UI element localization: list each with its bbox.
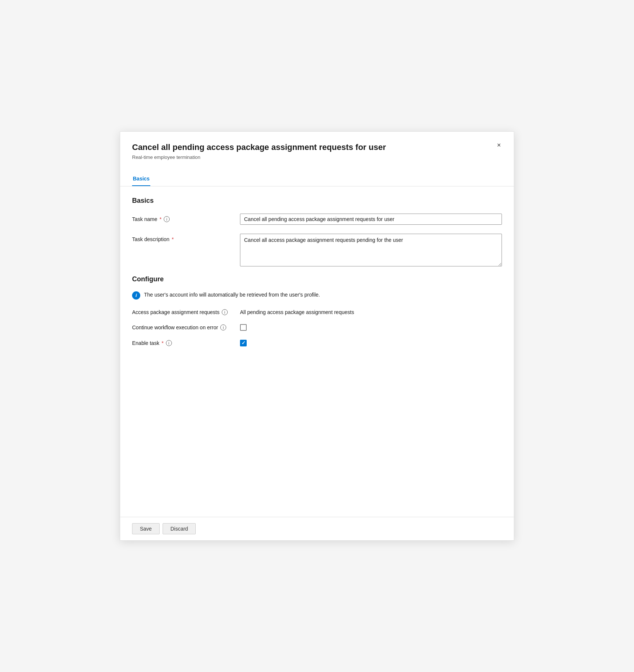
- task-description-row: Task description * Cancel all access pac…: [132, 234, 502, 266]
- enable-task-label-text: Enable task: [132, 340, 159, 346]
- task-name-label: Task name * i: [132, 214, 240, 222]
- dialog-title: Cancel all pending access package assign…: [132, 142, 502, 153]
- close-button[interactable]: ×: [493, 139, 505, 151]
- access-package-value: All pending access package assignment re…: [240, 309, 354, 315]
- info-banner-text: The user's account info will automatical…: [144, 291, 320, 298]
- dialog-content: Basics Task name * i Task description * …: [120, 186, 514, 517]
- dialog-header: Cancel all pending access package assign…: [120, 132, 514, 166]
- task-description-required: *: [172, 236, 173, 242]
- continue-workflow-info-icon[interactable]: i: [220, 324, 226, 330]
- close-icon: ×: [497, 141, 501, 149]
- task-name-label-text: Task name: [132, 216, 157, 222]
- enable-task-required: *: [161, 340, 163, 346]
- enable-task-label: Enable task * i: [132, 340, 240, 346]
- enable-task-checkbox-container: [240, 340, 247, 346]
- save-button[interactable]: Save: [132, 523, 160, 534]
- configure-section: Configure i The user's account info will…: [132, 275, 502, 346]
- continue-workflow-label: Continue workflow execution on error i: [132, 324, 240, 330]
- tabs-container: Basics: [120, 172, 514, 186]
- dialog-footer: Save Discard: [120, 517, 514, 540]
- configure-section-heading: Configure: [132, 275, 502, 283]
- continue-workflow-row: Continue workflow execution on error i: [132, 324, 502, 331]
- access-package-label-text: Access package assignment requests: [132, 309, 220, 315]
- task-name-row: Task name * i: [132, 214, 502, 225]
- enable-task-row: Enable task * i: [132, 340, 502, 346]
- task-description-input[interactable]: Cancel all access package assignment req…: [240, 234, 502, 266]
- task-description-label-text: Task description: [132, 236, 169, 242]
- tab-basics[interactable]: Basics: [132, 172, 150, 186]
- access-package-label: Access package assignment requests i: [132, 309, 240, 315]
- task-name-input[interactable]: [240, 214, 502, 225]
- continue-workflow-checkbox-container: [240, 324, 247, 331]
- access-package-info-icon[interactable]: i: [222, 309, 228, 315]
- discard-button[interactable]: Discard: [163, 523, 196, 534]
- info-banner: i The user's account info will automatic…: [132, 291, 502, 300]
- enable-task-checkbox[interactable]: [240, 340, 247, 346]
- access-package-row: Access package assignment requests i All…: [132, 309, 502, 315]
- task-name-required: *: [160, 216, 161, 222]
- enable-task-info-icon[interactable]: i: [166, 340, 172, 346]
- info-circle-icon: i: [132, 291, 140, 300]
- dialog-subtitle: Real-time employee termination: [132, 154, 502, 160]
- continue-workflow-label-text: Continue workflow execution on error: [132, 324, 218, 330]
- basics-section-heading: Basics: [132, 197, 502, 205]
- task-name-info-icon[interactable]: i: [164, 216, 170, 222]
- continue-workflow-checkbox[interactable]: [240, 324, 247, 331]
- task-description-label: Task description *: [132, 234, 240, 242]
- dialog-container: Cancel all pending access package assign…: [120, 131, 514, 541]
